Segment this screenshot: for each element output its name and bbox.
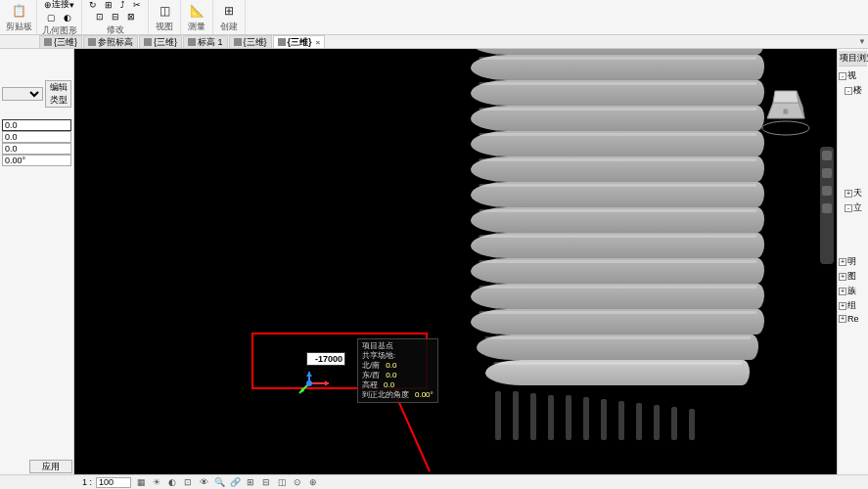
tree-toggle-icon[interactable]: -	[839, 72, 846, 80]
status-misc2-icon[interactable]: ⊟	[260, 476, 272, 488]
status-hide-icon[interactable]: 👁	[198, 476, 209, 488]
status-misc3-icon[interactable]: ◫	[276, 476, 288, 488]
modify-btn-1[interactable]: ↻	[86, 0, 100, 11]
status-misc1-icon[interactable]: ⊞	[245, 476, 256, 488]
tree-toggle-icon[interactable]: +	[839, 288, 846, 295]
scale-input[interactable]	[96, 477, 131, 488]
prop-input-3[interactable]	[2, 155, 71, 166]
edit-type-button[interactable]: 编辑类型	[45, 80, 71, 108]
tree-item[interactable]: -楼	[839, 83, 867, 98]
tree-toggle-icon[interactable]: +	[839, 302, 846, 310]
modify-btn-6[interactable]: ⊟	[109, 11, 122, 22]
building-columns	[485, 381, 759, 440]
tree-toggle-icon[interactable]: +	[845, 190, 852, 198]
navbar-zoom[interactable]	[822, 186, 832, 196]
browser-tree: -视 -楼 +天 -立 +明 +图 +族 +组 +Re	[839, 68, 867, 325]
xyz-gizmo[interactable]	[296, 372, 335, 395]
modify-btn-4[interactable]: ✂	[130, 0, 144, 11]
tab-4[interactable]: {三维}	[229, 35, 272, 48]
main-area: 编辑类型	[0, 49, 868, 489]
svg-marker-11	[773, 91, 799, 103]
type-selector[interactable]	[2, 87, 43, 101]
view-cube[interactable]: 前	[759, 83, 812, 136]
clipboard-icon: 📋	[12, 3, 27, 19]
navbar-wheel[interactable]	[822, 151, 832, 160]
ribbon-label-view: 视图	[156, 21, 173, 33]
viewport-3d[interactable]: 项目基点 共享场地: 北/南0.0 东/西0.0 高程0.0 到正北的角度0.0…	[74, 49, 837, 489]
tab-close-0[interactable]: ×	[64, 37, 69, 47]
svg-text:前: 前	[783, 109, 789, 114]
tree-toggle-icon[interactable]: +	[839, 258, 846, 266]
navbar-pan[interactable]	[822, 168, 832, 178]
scale-label: 1 :	[82, 477, 92, 487]
create-icon: ⊞	[221, 3, 237, 19]
doc-icon	[88, 38, 96, 46]
svg-marker-1	[325, 380, 329, 386]
tree-item[interactable]: -视	[839, 68, 867, 83]
ribbon-label-modify: 修改	[107, 23, 124, 36]
status-bar: 1 : ▦ ☀ ◐ ⊡ 👁 🔍 🔗 ⊞ ⊟ ◫ ⊙ ⊕	[0, 474, 868, 489]
prop-input-0[interactable]	[2, 119, 71, 131]
ribbon-group-modify: ↻ ⊞ ⤴ ✂ ⊡ ⊟ ⊠ 修改	[82, 0, 149, 34]
tab-3[interactable]: 标高 1	[183, 35, 228, 48]
doc-icon	[44, 38, 52, 46]
svg-point-6	[306, 380, 312, 386]
status-shadow-icon[interactable]: ◐	[166, 476, 178, 488]
tab-2[interactable]: {三维}	[139, 35, 182, 48]
connect-button[interactable]: ⊕ 连接 ▾	[41, 0, 77, 12]
status-graphics-icon[interactable]: ▦	[135, 476, 147, 488]
measure-icon: 📐	[189, 3, 205, 19]
document-tabs: × {三维} 参照标高 {三维} 标高 1 {三维} {三维}× ▼	[0, 35, 868, 49]
tree-item[interactable]: -立	[839, 200, 867, 215]
ribbon-group-geometry: ⊕ 连接 ▾ ▢ ◐ 几何图形	[37, 0, 82, 34]
ribbon-group-view: ◫ 视图	[149, 0, 181, 34]
geom-btn-1[interactable]: ▢	[44, 12, 59, 23]
ribbon-group-create: ⊞ 创建	[213, 0, 246, 34]
tab-0[interactable]: {三维}	[39, 35, 82, 48]
tree-toggle-icon[interactable]: +	[839, 273, 846, 281]
tab-1[interactable]: 参照标高	[83, 35, 138, 48]
prop-input-2[interactable]	[2, 143, 71, 155]
status-misc5-icon[interactable]: ⊕	[307, 476, 319, 488]
tab-5[interactable]: {三维}×	[273, 35, 326, 48]
tree-toggle-icon[interactable]: +	[839, 315, 846, 323]
modify-btn-2[interactable]: ⊞	[102, 0, 115, 11]
modify-btn-3[interactable]: ⤴	[117, 0, 128, 11]
status-sun-icon[interactable]: ☀	[151, 476, 162, 488]
ribbon-label-measure: 测量	[188, 21, 206, 33]
tree-item[interactable]: +组	[839, 298, 867, 313]
status-link-icon[interactable]: 🔗	[229, 476, 241, 488]
tabs-overflow[interactable]: ▼	[858, 37, 866, 46]
view-button[interactable]: ◫	[153, 2, 176, 20]
status-misc4-icon[interactable]: ⊙	[292, 476, 303, 488]
doc-icon	[234, 38, 242, 46]
view-icon: ◫	[157, 3, 172, 19]
geom-btn-2[interactable]: ◐	[61, 12, 74, 23]
tooltip-title: 项目基点	[362, 341, 434, 351]
status-crop-icon[interactable]: ⊡	[182, 476, 194, 488]
apply-button[interactable]: 应用	[29, 460, 72, 473]
create-button[interactable]: ⊞	[217, 2, 241, 20]
ribbon-label-create: 创建	[220, 21, 238, 33]
tree-item[interactable]: +Re	[839, 313, 867, 325]
measure-button[interactable]: 📐	[185, 2, 208, 20]
modify-btn-7[interactable]: ⊠	[124, 11, 138, 22]
tree-toggle-icon[interactable]: -	[845, 204, 852, 212]
modify-btn-5[interactable]: ⊡	[93, 11, 107, 22]
tree-item[interactable]: +天	[839, 186, 867, 200]
tab-close-5[interactable]: ×	[316, 38, 321, 47]
tree-toggle-icon[interactable]: -	[845, 87, 852, 95]
tree-item[interactable]: +明	[839, 254, 867, 269]
tree-item[interactable]: +族	[839, 284, 867, 298]
navbar-orbit[interactable]	[822, 203, 832, 213]
tree-item[interactable]: +图	[839, 269, 867, 284]
clipboard-button[interactable]: 📋	[8, 2, 31, 20]
prop-input-1[interactable]	[2, 131, 71, 143]
project-basepoint-tooltip: 项目基点 共享场地: 北/南0.0 东/西0.0 高程0.0 到正北的角度0.0…	[357, 338, 438, 403]
doc-icon	[144, 38, 152, 46]
ribbon-label-clipboard: 剪贴板	[6, 21, 32, 33]
coord-input[interactable]	[306, 352, 345, 366]
svg-point-9	[762, 121, 809, 135]
status-reveal-icon[interactable]: 🔍	[213, 476, 225, 488]
doc-icon	[278, 38, 286, 46]
